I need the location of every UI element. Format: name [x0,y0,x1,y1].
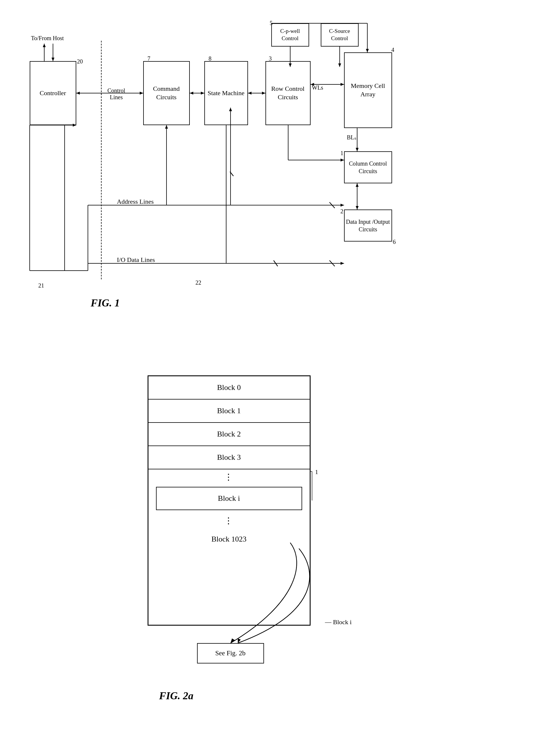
wls-label: WLs [312,84,324,91]
csource-control-box: C-Source Control [321,23,359,47]
ref-7: 7 [147,55,150,62]
fig1-caption: FIG. 1 [91,297,120,309]
svg-line-44 [230,172,233,176]
svg-marker-5 [76,92,80,95]
block-1023-row: Block 1023 [148,528,310,551]
dashed-separator [101,41,102,279]
svg-marker-24 [366,49,369,52]
ref-20: 20 [77,58,83,65]
svg-marker-48 [341,262,344,265]
svg-marker-55 [165,125,168,129]
fig2a-diagram: Block 0 Block 1 Block 2 Block 3 ⋮ Block … [130,369,421,719]
io-data-lines-label: I/O Data Lines [117,256,155,264]
svg-marker-57 [238,638,241,643]
ref-1: 1 [341,150,344,156]
block-2-row: Block 2 [148,423,310,446]
bls-label: BLₛ [347,134,357,141]
svg-marker-29 [338,63,341,67]
svg-marker-42 [341,204,344,207]
column-control-box: Column Control Circuits [344,151,392,183]
ref-8: 8 [209,55,211,62]
memory-array-outer-box: Block 0 Block 1 Block 2 Block 3 ⋮ Block … [147,375,311,626]
ref-22: 22 [195,279,201,286]
svg-marker-14 [190,92,193,95]
svg-marker-17 [248,92,251,95]
block-1-row: Block 1 [148,400,310,423]
block-i-row: Block i [156,487,302,510]
svg-line-41 [330,202,335,208]
address-lines-label: Address Lines [117,198,154,205]
see-fig-2b-box: See Fig. 2b [197,643,264,664]
svg-marker-38 [356,206,359,209]
svg-marker-7 [140,92,143,95]
svg-marker-18 [262,92,265,95]
svg-marker-34 [341,159,344,161]
state-machine-box: State Machine [204,61,248,125]
svg-line-47 [330,260,335,266]
control-lines-label: Control Lines [103,87,129,101]
dots-2: ⋮ [148,513,310,528]
ref-21: 21 [38,282,44,289]
fig1-diagram: To/From Host Controller 20 21 Control Li… [21,17,530,352]
memory-cell-array-box: Memory Cell Array [344,52,392,128]
controller-box: Controller [30,61,76,125]
fig2a-ref-1: 1 [315,469,319,476]
ref-6: 6 [393,239,396,245]
cpwell-control-box: C-p-well Control [271,23,309,47]
page: To/From Host Controller 20 21 Control Li… [0,0,551,756]
ref-5: 5 [270,20,273,26]
svg-marker-1 [51,58,54,61]
block-i-label: — Block i [325,618,352,626]
svg-marker-56 [230,638,235,643]
row-control-box: Row Control Circuits [265,61,311,125]
ref-3: 3 [269,55,272,62]
svg-marker-3 [43,44,46,47]
svg-marker-20 [341,83,344,86]
data-io-box: Data Input /Output Circuits [344,209,392,241]
block-3-row: Block 3 [148,446,310,469]
svg-marker-36 [356,148,359,151]
svg-marker-15 [201,92,204,95]
block-0-row: Block 0 [148,376,310,400]
svg-marker-39 [356,183,359,187]
ref-4: 4 [392,47,394,53]
dots-1: ⋮ [148,469,310,484]
fig2a-caption: FIG. 2a [159,690,193,702]
command-circuits-box: Command Circuits [143,61,190,125]
ref-2: 2 [341,208,344,215]
svg-line-53 [273,260,278,266]
to-from-host-label: To/From Host [31,35,64,42]
